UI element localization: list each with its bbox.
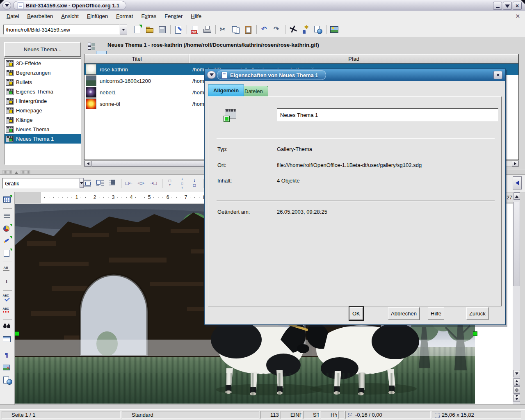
navigator-button[interactable] — [288, 24, 299, 35]
dialog-close-button[interactable]: ✕ — [493, 71, 502, 79]
gallery-theme-list[interactable]: 3D-Effekte Begrenzungen Bullets Eigenes … — [4, 58, 81, 165]
insert-section-button[interactable] — [2, 210, 13, 222]
menu-item[interactable]: Bearbeiten — [23, 11, 57, 21]
vertical-scrollbar[interactable] — [513, 192, 520, 404]
dialog-button[interactable]: Hilfe — [428, 307, 444, 320]
dialog-button[interactable]: Zurück — [466, 307, 488, 320]
dialog-button[interactable]: Abbrechen — [388, 307, 420, 320]
scroll-up-icon[interactable] — [514, 192, 520, 200]
menu-item[interactable]: Datei — [2, 11, 23, 21]
menu-item[interactable]: Einfügen — [83, 11, 112, 21]
wrap-through-button[interactable] — [107, 178, 119, 189]
close-button[interactable]: ✕ — [513, 2, 522, 10]
dialog-titlebar[interactable]: Eigenschaften von Neues Thema 1 ✕ — [205, 69, 505, 81]
wrap-none-button[interactable] — [82, 178, 94, 189]
vscroll-thumb[interactable] — [514, 202, 520, 286]
direct-cursor-button[interactable] — [2, 276, 13, 288]
draw-functions-button[interactable] — [2, 235, 13, 247]
align-middle-button[interactable] — [177, 178, 188, 189]
find-replace-button[interactable] — [2, 321, 13, 333]
copy-button[interactable] — [230, 24, 242, 35]
autotext-button[interactable] — [2, 264, 13, 275]
scroll-down-icon[interactable] — [514, 370, 520, 377]
online-layout-button[interactable] — [2, 374, 13, 386]
undo-button[interactable] — [259, 24, 270, 35]
statusbar-cell[interactable]: HYP — [321, 411, 337, 419]
scroll-left-icon[interactable] — [84, 161, 91, 167]
navigation-dot-icon[interactable] — [514, 386, 520, 394]
menu-item[interactable]: Hilfe — [187, 11, 205, 21]
url-input[interactable] — [3, 25, 120, 34]
close-document-icon[interactable]: ✕ — [516, 13, 520, 19]
new-document-button[interactable] — [132, 24, 143, 35]
align-center-button[interactable] — [136, 178, 147, 189]
column-header-pfad[interactable]: Pfad — [189, 54, 518, 63]
data-sources-button[interactable] — [2, 333, 13, 345]
spellcheck-button[interactable] — [2, 292, 13, 304]
statusbar-cell[interactable]: 25,06 x 15,82 — [432, 411, 521, 419]
statusbar-cell[interactable]: 113% — [260, 411, 279, 419]
redo-button[interactable] — [271, 24, 283, 35]
style-input[interactable] — [2, 178, 80, 189]
new-theme-button[interactable]: Neues Thema... — [4, 42, 81, 57]
selection-handle-right[interactable] — [473, 331, 477, 336]
icon-view-button[interactable] — [85, 40, 96, 51]
align-right-button[interactable] — [148, 178, 160, 189]
selection-handle-left[interactable] — [15, 331, 19, 336]
gallery-theme-item[interactable]: Hintergründe — [5, 96, 81, 106]
edit-file-button[interactable] — [173, 24, 184, 35]
dialog-button[interactable]: OK — [349, 307, 363, 320]
open-document-button[interactable] — [144, 24, 155, 35]
paste-button[interactable] — [242, 24, 254, 35]
gallery-theme-item[interactable]: Neues Thema — [5, 125, 81, 134]
statusbar-cell[interactable]: Seite 1 / 1 — [2, 411, 121, 419]
minimize-button[interactable] — [493, 2, 502, 10]
window-titlebar[interactable]: Bild-314159.sxw - OpenOffice.org 1.1 ✕ — [0, 0, 525, 11]
menu-item[interactable]: Format — [112, 11, 137, 21]
menu-item[interactable]: Extras — [137, 11, 160, 21]
graphics-on-off-button[interactable] — [2, 362, 13, 374]
wrap-page-button[interactable] — [95, 178, 106, 189]
url-dropdown-icon[interactable] — [120, 25, 127, 34]
statusbar-cell[interactable] — [338, 411, 344, 419]
insert-object-button[interactable] — [2, 223, 13, 234]
column-header-titel[interactable]: Titel — [84, 54, 189, 63]
nonprinting-characters-button[interactable] — [2, 350, 13, 361]
gallery-theme-item[interactable]: Eigenes Thema — [5, 87, 81, 96]
next-page-icon[interactable] — [514, 395, 520, 402]
cut-button[interactable] — [218, 24, 229, 35]
statusbar-cell[interactable]: Standard — [122, 411, 259, 419]
file-thumbnail — [86, 75, 96, 86]
gallery-theme-item[interactable]: Bullets — [5, 78, 81, 87]
theme-name-input[interactable] — [277, 108, 498, 121]
scroll-right-icon[interactable] — [512, 161, 518, 167]
gallery-theme-item[interactable]: Begrenzungen — [5, 68, 81, 78]
gallery-theme-item[interactable]: 3D-Effekte — [5, 59, 81, 68]
gallery-theme-item[interactable]: Homepage — [5, 106, 81, 115]
align-left-button[interactable] — [123, 178, 135, 189]
statusbar-cell[interactable]: EINFG — [281, 411, 302, 419]
insert-form-button[interactable] — [2, 247, 13, 259]
print-file-button[interactable] — [201, 24, 213, 35]
window-shade-button[interactable] — [2, 2, 11, 9]
previous-page-icon[interactable] — [514, 378, 520, 386]
auto-spellcheck-button[interactable] — [2, 305, 13, 316]
tab-allgemein[interactable]: Allgemein — [208, 84, 244, 96]
autopilot-button[interactable] — [300, 24, 311, 35]
dialog-shade-button[interactable] — [207, 71, 216, 79]
gallery-theme-item[interactable]: Neues Thema 1 — [5, 134, 81, 144]
insert-table-button[interactable] — [2, 194, 13, 205]
hide-panel-button[interactable] — [513, 176, 522, 189]
menu-item[interactable]: Ansicht — [57, 11, 83, 21]
statusbar-cell[interactable]: -0,16 / 0,00 — [345, 411, 431, 419]
menu-item[interactable]: Fenster — [160, 11, 187, 21]
hyperlink-button[interactable] — [312, 24, 324, 35]
align-top-button[interactable] — [164, 178, 176, 189]
statusbar-cell[interactable]: STD — [303, 411, 320, 419]
export-pdf-button[interactable] — [189, 24, 201, 35]
gallery-theme-item[interactable]: Klänge — [5, 115, 81, 125]
maximize-button[interactable] — [503, 2, 512, 10]
save-document-button[interactable] — [156, 24, 168, 35]
gallery-button[interactable] — [329, 24, 340, 35]
align-bottom-button[interactable] — [189, 178, 201, 189]
